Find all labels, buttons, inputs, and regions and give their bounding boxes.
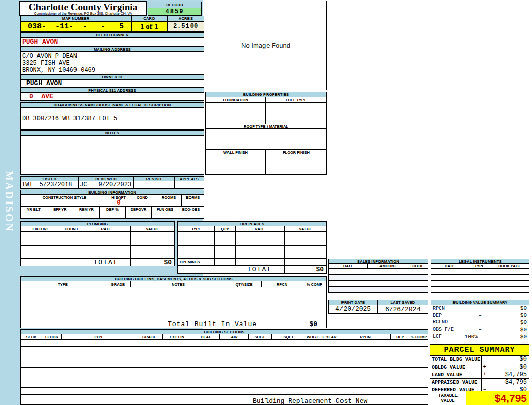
record-value: 4859	[148, 8, 202, 16]
sections-empty-row	[21, 388, 428, 394]
record-box: RECORD 4859	[148, 2, 202, 16]
built-ins-grade-header: GRADE	[105, 281, 131, 287]
sections-extfin-header: EXT FIN	[163, 334, 192, 340]
dep-pct-label: DEP %	[100, 207, 126, 212]
sections-empty-row	[21, 340, 428, 347]
legal-empty-row	[431, 269, 529, 275]
built-ins-notes-header: NOTES	[131, 281, 226, 287]
plumbing-empty-row	[21, 245, 174, 252]
fireplaces-type-header: TYPE	[178, 226, 215, 232]
parcel-row-land: LAND VALUE + $4,795	[430, 371, 529, 379]
legal-empty-row	[431, 275, 529, 281]
plumbing-empty-row	[21, 238, 174, 245]
roof-type-value	[205, 129, 327, 149]
bvs-row-dep: DEP – $0	[431, 312, 529, 319]
taxable-value-label: TAXABLE VALUE	[430, 391, 466, 405]
sections-whgt-header: WHGT	[306, 334, 319, 340]
sections-empty-row	[21, 374, 428, 381]
depovr-label: DEPOVR	[126, 207, 152, 212]
sales-information-label: SALES INFORMATION	[328, 259, 428, 264]
cond-label: COND	[129, 195, 156, 200]
building-value-summary-label: BUILDING VALUE SUMMARY	[431, 300, 529, 305]
sales-empty-row	[329, 281, 428, 287]
sales-date-header: DATE	[329, 264, 368, 269]
plumbing-value-header: VALUE	[131, 226, 174, 232]
map-number-value: 038- -11- - - 5	[20, 21, 131, 32]
reviewed-label: REVIEWED	[79, 176, 134, 181]
yrblt-value	[21, 212, 47, 218]
card-value: 1 of 1	[131, 21, 167, 32]
building-information-label: BUILDING INFORMATION	[20, 190, 204, 195]
fireplaces-openings-label: OPENINGS	[178, 259, 215, 265]
fireplaces-empty-row	[178, 238, 326, 245]
floor-finish-label: FLOOR FINISH	[266, 150, 326, 155]
legal-type-header: TYPE	[469, 264, 490, 269]
built-ins-type-header: TYPE	[21, 281, 105, 287]
built-ins-empty-row	[21, 287, 326, 293]
wall-finish-label: WALL FINISH	[206, 150, 266, 155]
print-saved-box: PRINT DATE LAST SAVED 4/20/2025 6/26/202…	[328, 300, 428, 314]
plumbing-total-label: TOTAL	[82, 259, 130, 266]
deeded-owner-value: PUGH AVON	[20, 37, 204, 47]
fireplaces-empty-row	[178, 252, 326, 258]
effyr-value	[47, 212, 73, 218]
built-ins-empty-row	[21, 293, 326, 302]
visits-table: LISTED REVIEWED REVISIT APPEALS TWT5/23/…	[20, 176, 204, 189]
sections-empty-row	[21, 347, 428, 354]
title-box: Charlotte County Virginia Commissioner o…	[19, 1, 147, 16]
plumbing-total-value: $0	[130, 259, 173, 266]
sections-floor-header: FLOOR	[42, 334, 62, 340]
roof-type-label: ROOF TYPE / MATERIAL	[205, 124, 327, 129]
bvs-row-obs: OBS F/E – $0	[431, 326, 529, 333]
depovr-value	[126, 212, 152, 218]
built-ins-total-label: Total Built In Value	[168, 320, 257, 328]
sections-shgt-header: SHGT	[249, 334, 272, 340]
mailing-address-value: C/O AVON P DEAN 3325 FISH AVE BRONX, NY …	[20, 52, 204, 74]
acres-value: 2.5100	[167, 21, 204, 32]
fireplaces-value-header: VALUE	[285, 226, 326, 232]
parcel-summary-label: PARCEL SUMMARY	[430, 345, 529, 356]
taxable-value-cell: $4,795	[466, 391, 529, 405]
commissioner-address: Commissioner of the Revenue, PO Box 308,…	[20, 12, 146, 15]
sales-empty-row	[329, 269, 428, 275]
sections-sqft-header: SQFT	[272, 334, 306, 340]
plumbing-empty-row	[21, 252, 174, 258]
legal-bookpage-header: BOOK PAGE	[490, 264, 529, 269]
last-saved-label: LAST SAVED	[378, 300, 428, 305]
building-sections-label: BUILDING SECTIONS	[20, 329, 428, 334]
legal-empty-row	[431, 281, 529, 287]
built-ins-rpcn-header: RPCN	[262, 281, 302, 287]
fireplaces-label: FIREPLACES	[177, 221, 327, 226]
print-date-label: PRINT DATE	[328, 300, 378, 305]
sales-empty-row	[329, 287, 428, 292]
acres-label: ACRES	[167, 16, 204, 21]
built-ins-empty-row	[21, 311, 326, 319]
mailing-line-3: BRONX, NY 10469-0469	[22, 67, 204, 74]
sections-empty-row	[21, 381, 428, 388]
fireplaces-total-value: $0	[284, 266, 325, 273]
revisit-label: REVISIT	[134, 176, 175, 181]
building-value-summary: BUILDING VALUE SUMMARY RPCN $0 DEP – $0 …	[431, 300, 529, 340]
fuel-type-value	[266, 103, 326, 124]
plumbing-label: PLUMBING	[20, 221, 175, 226]
yrblt-label: YR BLT	[21, 207, 47, 212]
bdrms-value	[182, 200, 204, 207]
sales-code-header: CODE	[408, 264, 428, 269]
building-sections-table: BUILDING SECTIONS SEC# FLOOR TYPE GRADE …	[20, 329, 428, 405]
deeded-owner-label: DEEDED OWNER	[20, 32, 204, 37]
owner-id-label: OWNER ID	[20, 74, 204, 79]
physical-address-value: 0 AVE	[20, 93, 204, 101]
record-label: RECORD	[148, 2, 202, 8]
legal-instruments-table: LEGAL INSTRUMENTS DATE TYPE BOOK PAGE	[431, 259, 529, 293]
building-information: BUILDING INFORMATION CONSTRUCTION STYLE …	[20, 190, 204, 219]
listed-value: TWT5/23/2018	[21, 181, 79, 188]
legal-date-header: DATE	[431, 264, 469, 269]
remyr-value	[73, 212, 100, 218]
listed-label: LISTED	[20, 176, 79, 181]
built-ins-comp-header: % COMP	[302, 281, 326, 287]
building-properties: BUILDING PROPERTIES FOUNDATION FUEL TYPE…	[205, 92, 327, 175]
remyr-label: REM YR	[73, 207, 100, 212]
effyr-label: EFF YR	[47, 207, 73, 212]
parcel-row-appraised: APPRAISED VALUE $4,795	[430, 379, 529, 386]
plumbing-table: PLUMBING FIXTURE COUNT RATE VALUE TOTAL …	[20, 221, 175, 266]
